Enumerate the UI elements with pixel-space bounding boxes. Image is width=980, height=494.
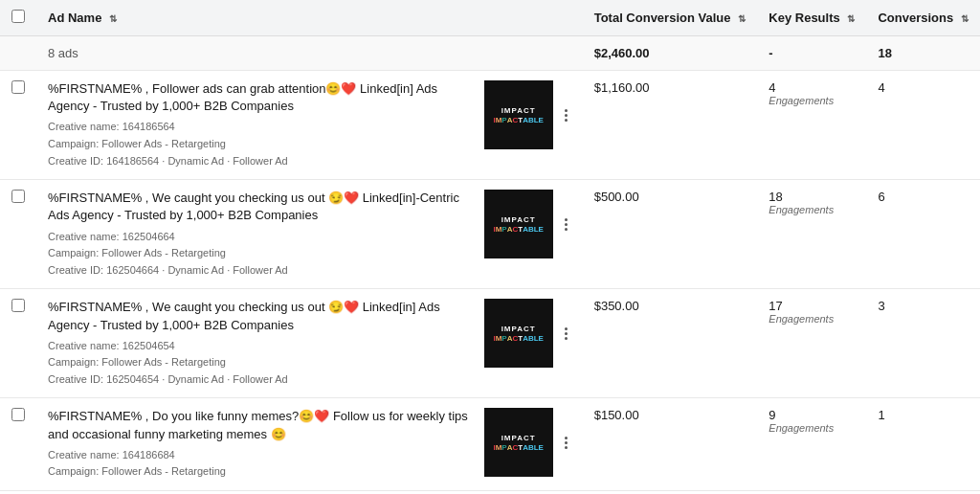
row-checkbox-cell-0 <box>0 71 36 180</box>
row-key-results-0: 4 Engagements <box>757 71 866 180</box>
dot-1 <box>565 327 568 330</box>
table-row: %FIRSTNAME% , Follower ads can grab atte… <box>0 71 980 180</box>
row-checkbox-cell-1 <box>0 180 36 289</box>
row-checkbox-1[interactable] <box>11 190 25 203</box>
ad-dots-menu-0[interactable] <box>561 105 571 125</box>
conversions-text-2: 3 <box>878 299 884 313</box>
ad-meta-1: Creative name: 162504664 Campaign: Follo… <box>48 229 473 280</box>
ad-title-2: %FIRSTNAME% , We caught you checking us … <box>48 299 473 333</box>
col-header-conversions[interactable]: Conversions ⇅ <box>866 0 980 36</box>
ad-title-0: %FIRSTNAME% , Follower ads can grab atte… <box>48 80 473 115</box>
row-checkbox-3[interactable] <box>11 408 25 421</box>
key-results-sort-icon: ⇅ <box>847 13 855 24</box>
dot-3 <box>565 228 568 231</box>
ad-meta-2: Creative name: 162504654 Campaign: Follo… <box>48 338 473 389</box>
row-conversion-value-0: $1,160.00 <box>583 71 758 180</box>
col-header-conversion-value[interactable]: Total Conversion Value ⇅ <box>583 0 758 36</box>
ad-image-wrapper-2: IMPACT IMPACTABLE <box>484 299 571 368</box>
ad-image-wrapper-0: IMPACT IMPACTABLE <box>484 80 571 149</box>
row-key-results-2: 17 Engagements <box>757 289 866 398</box>
dot-2 <box>565 441 568 444</box>
col-header-adname[interactable]: Ad Name ⇅ <box>36 0 583 36</box>
ad-text-3: %FIRSTNAME% , Do you like funny memes?😊❤… <box>48 408 473 481</box>
ad-title-3: %FIRSTNAME% , Do you like funny memes?😊❤… <box>48 408 473 442</box>
key-results-label-3: Engagements <box>768 422 855 434</box>
conversion-value-sort-icon: ⇅ <box>738 13 746 24</box>
summary-row: 8 ads $2,460.00 - 18 <box>0 36 980 71</box>
row-conversions-1: 6 <box>866 180 980 289</box>
row-adname-cell-0: %FIRSTNAME% , Follower ads can grab atte… <box>36 71 583 180</box>
summary-ads-count: 8 ads <box>36 36 583 71</box>
ad-thumbnail-2: IMPACT IMPACTABLE <box>484 299 553 368</box>
row-adname-cell-3: %FIRSTNAME% , Do you like funny memes?😊❤… <box>36 398 583 491</box>
select-all-checkbox[interactable] <box>11 10 25 23</box>
col-header-adname-label: Ad Name <box>48 11 101 25</box>
ad-thumbnail-0: IMPACT IMPACTABLE <box>484 80 553 149</box>
col-header-key-results-label: Key Results <box>768 11 839 25</box>
dot-2 <box>565 332 568 335</box>
row-checkbox-2[interactable] <box>11 299 25 312</box>
row-adname-cell-1: %FIRSTNAME% , We caught you checking us … <box>36 180 583 289</box>
conversions-text-1: 6 <box>878 190 884 204</box>
row-conversions-0: 4 <box>866 71 980 180</box>
dot-1 <box>565 437 568 439</box>
row-key-results-1: 18 Engagements <box>757 180 866 289</box>
select-all-header[interactable] <box>0 0 36 36</box>
key-results-label-0: Engagements <box>768 95 855 106</box>
conversions-text-3: 1 <box>878 408 884 422</box>
ad-image-wrapper-3: IMPACT IMPACTABLE <box>484 408 571 477</box>
adname-sort-icon: ⇅ <box>109 13 117 24</box>
summary-key-results: - <box>757 36 866 71</box>
summary-checkbox-cell <box>0 36 36 71</box>
table-row: %FIRSTNAME% , We caught you checking us … <box>0 180 980 289</box>
row-checkbox-cell-3 <box>0 398 36 491</box>
ad-thumbnail-1: IMPACT IMPACTABLE <box>484 190 553 258</box>
row-checkbox-0[interactable] <box>11 80 25 94</box>
conversion-value-text-1: $500.00 <box>594 190 639 204</box>
col-header-conversions-label: Conversions <box>878 11 953 25</box>
ads-table-container: Ad Name ⇅ Total Conversion Value ⇅ Key R… <box>0 0 980 491</box>
key-results-label-2: Engagements <box>768 313 855 325</box>
row-conversion-value-1: $500.00 <box>583 180 758 289</box>
row-conversion-value-3: $150.00 <box>583 398 758 491</box>
table-row: %FIRSTNAME% , Do you like funny memes?😊❤… <box>0 398 980 491</box>
ad-image-wrapper-1: IMPACT IMPACTABLE <box>484 190 571 258</box>
ads-table: Ad Name ⇅ Total Conversion Value ⇅ Key R… <box>0 0 980 491</box>
conversion-value-text-2: $350.00 <box>594 299 639 313</box>
ad-dots-menu-3[interactable] <box>561 433 571 453</box>
ad-title-1: %FIRSTNAME% , We caught you checking us … <box>48 190 473 224</box>
ad-text-2: %FIRSTNAME% , We caught you checking us … <box>48 299 473 388</box>
row-conversions-2: 3 <box>866 289 980 398</box>
ad-dots-menu-2[interactable] <box>561 324 571 344</box>
dot-2 <box>565 114 568 117</box>
dot-3 <box>565 119 568 122</box>
dot-1 <box>565 109 568 112</box>
ad-meta-3: Creative name: 164186684 Campaign: Follo… <box>48 447 473 481</box>
summary-conversions: 18 <box>866 36 980 71</box>
ad-text-1: %FIRSTNAME% , We caught you checking us … <box>48 190 473 279</box>
table-header-row: Ad Name ⇅ Total Conversion Value ⇅ Key R… <box>0 0 980 36</box>
ad-meta-0: Creative name: 164186564 Campaign: Follo… <box>48 119 473 169</box>
table-row: %FIRSTNAME% , We caught you checking us … <box>0 289 980 398</box>
conversions-sort-icon: ⇅ <box>961 13 969 24</box>
dot-1 <box>565 218 568 221</box>
row-conversion-value-2: $350.00 <box>583 289 758 398</box>
row-key-results-3: 9 Engagements <box>757 398 866 491</box>
dot-2 <box>565 223 568 226</box>
row-checkbox-cell-2 <box>0 289 36 398</box>
conversion-value-text-3: $150.00 <box>594 408 639 422</box>
col-header-key-results[interactable]: Key Results ⇅ <box>757 0 866 36</box>
row-adname-cell-2: %FIRSTNAME% , We caught you checking us … <box>36 289 583 398</box>
dot-3 <box>565 337 568 340</box>
ad-dots-menu-1[interactable] <box>561 214 571 235</box>
col-header-conversion-value-label: Total Conversion Value <box>594 11 731 25</box>
conversions-text-0: 4 <box>878 80 884 95</box>
row-conversions-3: 1 <box>866 398 980 491</box>
summary-conversion-value: $2,460.00 <box>583 36 758 71</box>
key-results-count-3: 9 <box>768 408 855 422</box>
key-results-count-2: 17 <box>768 299 855 313</box>
key-results-label-1: Engagements <box>768 204 855 215</box>
conversion-value-text-0: $1,160.00 <box>594 80 650 95</box>
dot-3 <box>565 446 568 449</box>
key-results-count-1: 18 <box>768 190 855 204</box>
